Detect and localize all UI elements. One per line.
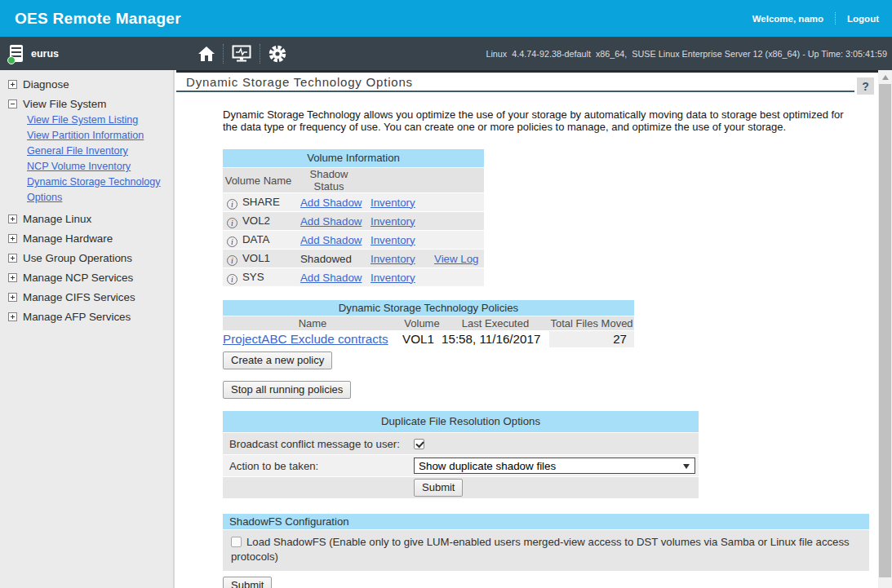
view-log-link[interactable]: View Log bbox=[434, 253, 478, 265]
tree-expand-icon[interactable] bbox=[8, 273, 17, 282]
volume-information-table: Volume Information Volume Name Shadow St… bbox=[223, 149, 484, 288]
add-shadow-link[interactable]: Add Shadow bbox=[300, 215, 362, 228]
col-volume-name: Volume Name bbox=[223, 168, 294, 193]
action-select-value: Show duplicate shadow files bbox=[419, 460, 556, 472]
statusbar-divider bbox=[223, 44, 224, 64]
shadowfs-title: ShadowFS Configuration bbox=[223, 514, 869, 529]
home-icon[interactable] bbox=[198, 46, 215, 61]
add-shadow-link[interactable]: Add Shadow bbox=[300, 197, 362, 209]
scrollbar-up-arrow[interactable] bbox=[878, 70, 892, 84]
page-description: Dynamic Storage Technology allows you op… bbox=[223, 108, 853, 134]
tree-expand-icon[interactable] bbox=[8, 293, 17, 302]
duplicate-options-submit-button[interactable]: Submit bbox=[414, 479, 463, 497]
policy-row: ProjectABC Exclude contracts VOL1 15:58,… bbox=[223, 330, 634, 347]
broadcast-conflict-label: Broadcast conflict message to user: bbox=[223, 433, 409, 455]
up-triangle-icon bbox=[882, 75, 889, 80]
scrollbar-thumb[interactable] bbox=[879, 84, 891, 577]
volume-row: iSYS Add Shadow Inventory bbox=[223, 268, 484, 287]
chevron-down-icon bbox=[683, 464, 690, 469]
tree-collapse-icon[interactable] bbox=[8, 99, 17, 108]
tree-expand-icon[interactable] bbox=[8, 234, 17, 243]
monitor-icon[interactable] bbox=[232, 45, 251, 62]
sidebar-item-use-group-operations[interactable]: Use Group Operations bbox=[0, 252, 173, 264]
statusbar-divider bbox=[260, 44, 260, 64]
tree-expand-icon[interactable] bbox=[8, 214, 17, 223]
inventory-link[interactable]: Inventory bbox=[371, 234, 415, 246]
info-icon[interactable]: i bbox=[227, 199, 237, 210]
col-last-executed: Last Executed bbox=[442, 316, 549, 330]
sidebar-item-manage-linux[interactable]: Manage Linux bbox=[0, 213, 173, 225]
col-volume: Volume bbox=[402, 316, 442, 330]
tree-expand-icon[interactable] bbox=[8, 80, 17, 89]
info-icon[interactable]: i bbox=[227, 237, 237, 247]
top-header-bar: OES Remote Manager Welcome, namo Logout bbox=[0, 0, 892, 37]
sidebar-children: View File System Listing View Partition … bbox=[27, 113, 173, 206]
sidebar-item-view-file-system[interactable]: View File System bbox=[0, 98, 173, 110]
add-shadow-link[interactable]: Add Shadow bbox=[300, 272, 362, 284]
vertical-scrollbar[interactable] bbox=[878, 70, 892, 588]
volume-table-title: Volume Information bbox=[223, 149, 484, 168]
server-status-green-dot bbox=[7, 56, 16, 64]
welcome-text: Welcome, namo bbox=[752, 14, 823, 24]
policy-name-link[interactable]: ProjectABC Exclude contracts bbox=[223, 332, 388, 346]
shadowfs-section: ShadowFS Configuration Load ShadowFS (En… bbox=[223, 514, 869, 571]
inventory-link[interactable]: Inventory bbox=[371, 272, 415, 284]
server-status-bar: eurus Linux 4.4.74-92.38-default x86_64,… bbox=[0, 37, 892, 70]
policy-total-files: 27 bbox=[549, 330, 634, 347]
help-button[interactable]: ? bbox=[857, 77, 874, 95]
sidebar-nav: Diagnose View File System View File Syst… bbox=[0, 70, 175, 588]
header-divider bbox=[835, 12, 836, 24]
app-title: OES Remote Manager bbox=[15, 10, 181, 28]
page-title: Dynamic Storage Technology Options bbox=[176, 75, 854, 92]
logout-link[interactable]: Logout bbox=[847, 14, 879, 24]
sidebar-link-dynamic-storage-technology-options[interactable]: Dynamic Storage Technology Options bbox=[27, 175, 174, 206]
col-total-files-moved: Total Files Moved bbox=[549, 316, 634, 330]
stop-all-running-policies-button[interactable]: Stop all running policies bbox=[223, 381, 351, 399]
sidebar-item-manage-afp-services[interactable]: Manage AFP Services bbox=[0, 311, 173, 323]
main-content: Dynamic Storage Technology Options ? Dyn… bbox=[176, 70, 878, 588]
add-shadow-link[interactable]: Add Shadow bbox=[300, 234, 362, 246]
sidebar-item-manage-hardware[interactable]: Manage Hardware bbox=[0, 232, 173, 245]
broadcast-conflict-checkbox[interactable] bbox=[414, 439, 424, 449]
policy-volume: VOL1 bbox=[402, 330, 442, 347]
volume-row: iDATA Add Shadow Inventory bbox=[223, 231, 484, 250]
server-name: eurus bbox=[31, 48, 59, 60]
policy-last-executed: 15:58, 11/16/2017 bbox=[442, 330, 549, 347]
load-shadowfs-label: Load ShadowFS (Enable only to give LUM-e… bbox=[231, 536, 850, 563]
sidebar-link-general-file-inventory[interactable]: General File Inventory bbox=[27, 144, 174, 159]
volume-row: iVOL1 Shadowed Inventory View Log bbox=[223, 250, 484, 268]
col-name: Name bbox=[223, 316, 402, 330]
sidebar-item-diagnose[interactable]: Diagnose bbox=[0, 78, 173, 91]
inventory-link[interactable]: Inventory bbox=[371, 215, 415, 228]
volume-row: iVOL2 Add Shadow Inventory bbox=[223, 212, 484, 231]
load-shadowfs-checkbox[interactable] bbox=[231, 537, 242, 547]
policies-table-title: Dynamic Storage Technology Policies bbox=[223, 300, 634, 316]
sidebar-link-view-partition-information[interactable]: View Partition Information bbox=[27, 128, 174, 144]
shadowfs-body: Load ShadowFS (Enable only to give LUM-e… bbox=[223, 530, 869, 571]
info-icon[interactable]: i bbox=[227, 255, 237, 266]
sidebar-link-view-file-system-listing[interactable]: View File System Listing bbox=[27, 113, 174, 128]
tree-expand-icon[interactable] bbox=[8, 312, 17, 321]
inventory-link[interactable]: Inventory bbox=[371, 197, 415, 209]
info-icon[interactable]: i bbox=[227, 274, 237, 285]
action-to-be-taken-label: Action to be taken: bbox=[223, 455, 409, 477]
duplicate-options-title: Duplicate File Resolution Options bbox=[223, 411, 699, 433]
create-new-policy-button[interactable]: Create a new policy bbox=[223, 351, 332, 369]
shadowed-status-text: Shadowed bbox=[300, 253, 352, 265]
system-info-text: Linux 4.4.74-92.38-default x86_64, SUSE … bbox=[486, 49, 887, 59]
volume-row: iSHARE Add Shadow Inventory bbox=[223, 193, 484, 212]
sidebar-link-ncp-volume-inventory[interactable]: NCP Volume Inventory bbox=[27, 159, 174, 175]
sidebar-item-manage-cifs-services[interactable]: Manage CIFS Services bbox=[0, 291, 173, 303]
inventory-link[interactable]: Inventory bbox=[371, 253, 415, 265]
sidebar-item-manage-ncp-services[interactable]: Manage NCP Services bbox=[0, 272, 173, 284]
col-shadow-status: Shadow Status bbox=[294, 168, 364, 193]
shadowfs-submit-button[interactable]: Submit bbox=[223, 577, 272, 588]
dst-policies-table: Dynamic Storage Technology Policies Name… bbox=[223, 300, 634, 348]
duplicate-file-resolution-table: Duplicate File Resolution Options Broadc… bbox=[223, 411, 699, 500]
action-select[interactable]: Show duplicate shadow files bbox=[414, 458, 695, 474]
gear-icon[interactable] bbox=[268, 45, 286, 63]
tree-expand-icon[interactable] bbox=[8, 254, 17, 263]
info-icon[interactable]: i bbox=[227, 218, 237, 228]
server-icon bbox=[10, 45, 23, 62]
